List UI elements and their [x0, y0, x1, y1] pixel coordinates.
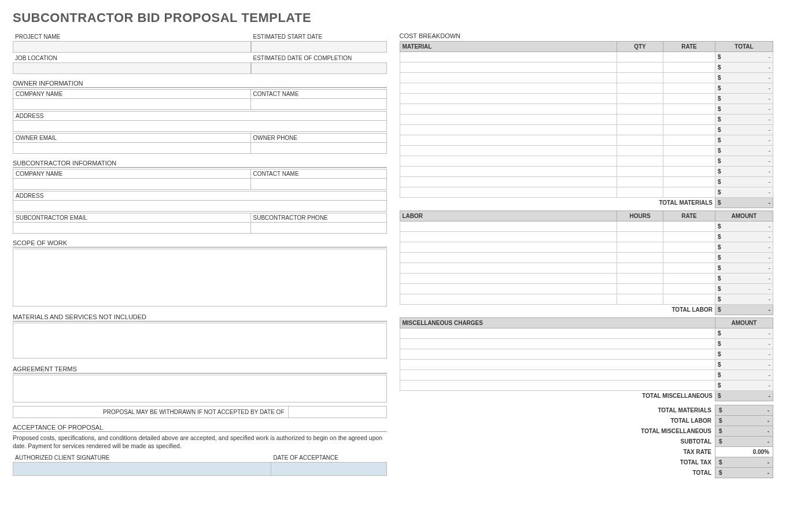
owner-address-input[interactable]: [13, 120, 387, 132]
cell-input[interactable]: [400, 146, 617, 156]
date-accept-input[interactable]: [271, 462, 387, 476]
sub-company-label: COMPANY NAME: [13, 169, 251, 178]
cell-input[interactable]: [400, 349, 715, 360]
cell-input[interactable]: [400, 253, 617, 263]
cell-input[interactable]: [663, 156, 715, 167]
amount-cell: $-: [715, 146, 773, 156]
owner-company-input[interactable]: [13, 98, 251, 110]
signature-input[interactable]: [13, 462, 271, 476]
cell-input[interactable]: [663, 104, 715, 114]
sub-company-input[interactable]: [13, 178, 251, 190]
amount-cell: $-: [715, 232, 773, 242]
cell-input[interactable]: [617, 73, 663, 83]
cell-input[interactable]: [400, 294, 617, 305]
cell-input[interactable]: [663, 284, 715, 294]
owner-phone-input[interactable]: [251, 142, 387, 154]
cell-input[interactable]: [663, 294, 715, 305]
cell-input[interactable]: [400, 125, 617, 135]
scope-textarea[interactable]: [13, 249, 387, 306]
cell-input[interactable]: [400, 284, 617, 294]
sub-phone-input[interactable]: [251, 222, 387, 234]
cell-input[interactable]: [617, 187, 663, 198]
cell-input[interactable]: [617, 274, 663, 284]
cell-input[interactable]: [400, 104, 617, 114]
cell-input[interactable]: [663, 52, 715, 62]
cell-input[interactable]: [400, 380, 715, 391]
sub-email-input[interactable]: [13, 222, 251, 234]
table-row: $-: [400, 94, 773, 104]
cell-input[interactable]: [400, 232, 617, 242]
cell-input[interactable]: [400, 156, 617, 167]
cell-input[interactable]: [663, 167, 715, 177]
cell-input[interactable]: [663, 263, 715, 274]
cell-input[interactable]: [617, 253, 663, 263]
cell-input[interactable]: [617, 146, 663, 156]
cell-input[interactable]: [617, 52, 663, 62]
cell-input[interactable]: [617, 221, 663, 232]
cell-input[interactable]: [617, 294, 663, 305]
owner-contact-input[interactable]: [251, 98, 387, 110]
cell-input[interactable]: [663, 187, 715, 198]
cell-input[interactable]: [663, 73, 715, 83]
sub-contact-input[interactable]: [251, 178, 387, 190]
est-start-input[interactable]: [251, 41, 387, 53]
cell-input[interactable]: [663, 242, 715, 253]
cell-input[interactable]: [400, 263, 617, 274]
cell-input[interactable]: [617, 135, 663, 146]
cell-input[interactable]: [663, 177, 715, 187]
cell-input[interactable]: [663, 94, 715, 104]
cell-input[interactable]: [617, 125, 663, 135]
summary-subtotal-value: $-: [715, 437, 773, 447]
sub-address-input[interactable]: [13, 200, 387, 212]
agreement-textarea[interactable]: [13, 375, 387, 402]
cell-input[interactable]: [617, 104, 663, 114]
not-included-textarea[interactable]: [13, 323, 387, 359]
cell-input[interactable]: [400, 167, 617, 177]
cell-input[interactable]: [617, 263, 663, 274]
cell-input[interactable]: [617, 114, 663, 125]
cell-input[interactable]: [400, 274, 617, 284]
amount-cell: $-: [715, 73, 773, 83]
cell-input[interactable]: [400, 328, 715, 339]
cell-input[interactable]: [400, 242, 617, 253]
cell-input[interactable]: [617, 284, 663, 294]
table-row: $-: [400, 380, 773, 391]
cell-input[interactable]: [400, 370, 715, 380]
cell-input[interactable]: [400, 339, 715, 349]
cell-input[interactable]: [400, 187, 617, 198]
cell-input[interactable]: [663, 114, 715, 125]
cell-input[interactable]: [400, 177, 617, 187]
cell-input[interactable]: [663, 135, 715, 146]
cell-input[interactable]: [617, 83, 663, 94]
cell-input[interactable]: [617, 242, 663, 253]
cell-input[interactable]: [400, 135, 617, 146]
project-name-input[interactable]: [13, 41, 251, 53]
cell-input[interactable]: [400, 83, 617, 94]
owner-email-input[interactable]: [13, 142, 251, 154]
cell-input[interactable]: [663, 221, 715, 232]
cell-input[interactable]: [617, 177, 663, 187]
cell-input[interactable]: [663, 253, 715, 263]
cell-input[interactable]: [400, 52, 617, 62]
summary-taxrate-value[interactable]: 0.00%: [715, 447, 773, 457]
cell-input[interactable]: [663, 232, 715, 242]
cell-input[interactable]: [617, 94, 663, 104]
cell-input[interactable]: [400, 73, 617, 83]
cell-input[interactable]: [617, 62, 663, 73]
cell-input[interactable]: [400, 94, 617, 104]
cell-input[interactable]: [663, 274, 715, 284]
cell-input[interactable]: [663, 125, 715, 135]
cell-input[interactable]: [617, 167, 663, 177]
withdraw-date-input[interactable]: [288, 407, 386, 418]
cell-input[interactable]: [617, 232, 663, 242]
cell-input[interactable]: [663, 62, 715, 73]
job-location-input[interactable]: [13, 62, 251, 74]
cell-input[interactable]: [663, 146, 715, 156]
cell-input[interactable]: [400, 114, 617, 125]
cell-input[interactable]: [617, 156, 663, 167]
cell-input[interactable]: [400, 62, 617, 73]
cell-input[interactable]: [400, 221, 617, 232]
cell-input[interactable]: [400, 360, 715, 370]
cell-input[interactable]: [663, 83, 715, 94]
est-completion-input[interactable]: [251, 62, 387, 74]
